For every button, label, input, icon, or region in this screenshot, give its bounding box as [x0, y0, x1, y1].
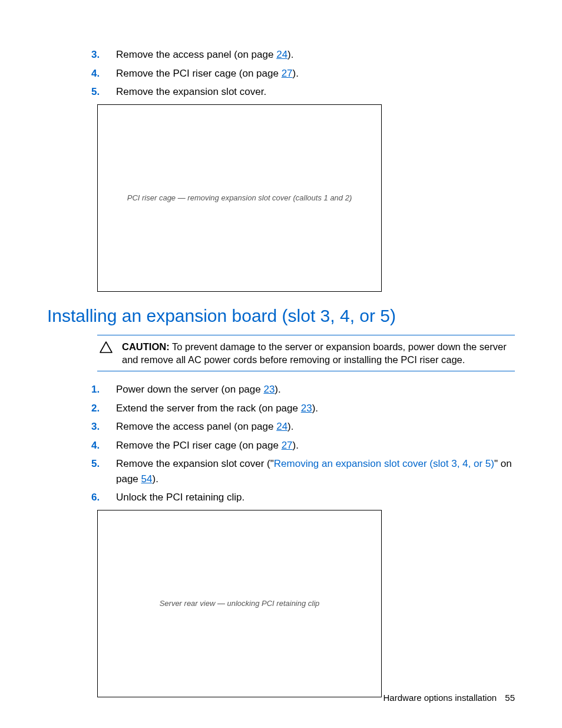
step-suffix: ). [293, 68, 299, 79]
cross-reference-link[interactable]: Removing an expansion slot cover (slot 3… [274, 458, 494, 469]
step-text: Extend the server from the rack (on page… [116, 401, 515, 416]
page-link[interactable]: 24 [276, 49, 287, 60]
step-text: Remove the access panel (on page 24). [116, 47, 515, 62]
list-item: 5. Remove the expansion slot cover. [47, 84, 515, 100]
list-item: 4. Remove the PCI riser cage (on page 27… [47, 66, 515, 81]
step-number: 5. [91, 456, 103, 472]
figure-alt: PCI riser cage — removing expansion slot… [127, 192, 352, 204]
step-number: 1. [91, 382, 103, 397]
list-item: 6. Unlock the PCI retaining clip. [47, 490, 515, 505]
footer-page-number: 55 [505, 693, 515, 703]
page-link[interactable]: 27 [282, 440, 293, 451]
step-suffix: ). [312, 403, 318, 414]
figure-alt: Server rear view — unlocking PCI retaini… [160, 598, 320, 610]
step-suffix: ). [287, 421, 293, 432]
step-prefix: Remove the PCI riser cage (on page [116, 68, 282, 79]
step-number: 4. [91, 438, 103, 453]
list-item: 3. Remove the access panel (on page 24). [47, 419, 515, 434]
step-number: 5. [91, 84, 103, 100]
svg-marker-0 [100, 342, 112, 353]
step-prefix: Power down the server (on page [116, 384, 263, 395]
figure-remove-slot-cover: PCI riser cage — removing expansion slot… [97, 104, 382, 292]
step-number: 3. [91, 47, 103, 62]
caution-note: CAUTION: To prevent damage to the server… [97, 335, 515, 372]
page-link[interactable]: 23 [263, 384, 275, 395]
bottom-steps-list: 1. Power down the server (on page 23). 2… [47, 382, 515, 505]
step-number: 3. [91, 419, 103, 434]
step-text: Power down the server (on page 23). [116, 382, 515, 397]
step-number: 2. [91, 401, 103, 416]
step-text: Remove the expansion slot cover ("Removi… [116, 456, 515, 486]
step-suffix: ). [275, 384, 280, 395]
list-item: 3. Remove the access panel (on page 24). [47, 47, 515, 62]
page-link[interactable]: 54 [141, 473, 153, 485]
step-suffix: ). [152, 473, 158, 485]
page-link[interactable]: 24 [276, 421, 287, 432]
caution-text: CAUTION: To prevent damage to the server… [122, 340, 513, 367]
caution-body: To prevent damage to the server or expan… [122, 341, 507, 365]
list-item: 4. Remove the PCI riser cage (on page 27… [47, 438, 515, 453]
step-text: Unlock the PCI retaining clip. [116, 490, 515, 505]
list-item: 1. Power down the server (on page 23). [47, 382, 515, 397]
page-link[interactable]: 23 [301, 403, 312, 414]
step-prefix: Remove the access panel (on page [116, 49, 276, 60]
figure-unlock-clip: Server rear view — unlocking PCI retaini… [97, 510, 382, 697]
list-item: 5. Remove the expansion slot cover ("Rem… [47, 456, 515, 486]
footer-section: Hardware options installation [384, 693, 497, 703]
step-text: Remove the access panel (on page 24). [116, 419, 515, 434]
step-suffix: ). [293, 440, 299, 451]
page-footer: Hardware options installation 55 [384, 691, 515, 705]
step-prefix: Extend the server from the rack (on page [116, 403, 301, 414]
list-item: 2. Extend the server from the rack (on p… [47, 401, 515, 416]
step-prefix: Remove the expansion slot cover (" [116, 458, 274, 469]
step-number: 4. [91, 66, 103, 81]
page-link[interactable]: 27 [282, 68, 293, 79]
caution-label: CAUTION: [122, 341, 170, 352]
step-text: Remove the PCI riser cage (on page 27). [116, 66, 515, 81]
top-steps-list: 3. Remove the access panel (on page 24).… [47, 47, 515, 100]
step-suffix: ). [287, 49, 293, 60]
section-heading: Installing an expansion board (slot 3, 4… [47, 302, 515, 329]
step-text: Remove the PCI riser cage (on page 27). [116, 438, 515, 453]
step-prefix: Remove the access panel (on page [116, 421, 276, 432]
step-text: Remove the expansion slot cover. [116, 84, 515, 100]
caution-icon [100, 340, 113, 353]
step-prefix: Remove the PCI riser cage (on page [116, 440, 282, 451]
step-number: 6. [91, 490, 103, 505]
